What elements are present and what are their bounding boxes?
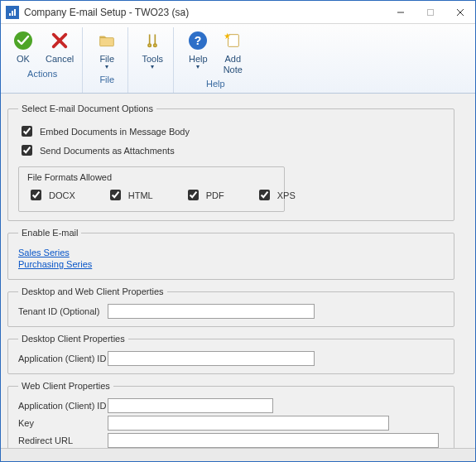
ribbon-group-actions: OK Cancel Actions (6, 27, 83, 93)
ribbon-group-help: ? Help ▾ Add Note Help (180, 27, 253, 93)
file-formats-title: File Formats Allowed (27, 172, 276, 182)
chevron-down-icon: ▾ (105, 64, 108, 70)
close-button[interactable] (445, 1, 475, 24)
window-title: Company E-mail Setup - TWO23 (sa) (24, 7, 189, 18)
chevron-down-icon: ▾ (196, 64, 200, 70)
svg-text:?: ? (195, 34, 202, 47)
group-enable-email: Enable E-mail Sales Series Purchasing Se… (7, 228, 454, 280)
label-desktop-appid: Application (Client) ID (18, 354, 108, 363)
label-web-redirect: Redirect URL (18, 436, 108, 445)
status-bar (1, 448, 475, 461)
link-purchasing-series[interactable]: Purchasing Series (18, 259, 444, 269)
svg-rect-0 (9, 13, 11, 16)
svg-rect-13 (228, 35, 239, 47)
maximize-button[interactable] (416, 1, 445, 24)
svg-rect-2 (14, 9, 16, 16)
input-web-redirect[interactable] (108, 433, 439, 448)
legend-web-client: Web Client Properties (18, 381, 113, 391)
ok-button[interactable]: OK (9, 27, 37, 66)
label-web-appid: Application (Client) ID (18, 401, 108, 411)
tools-icon (141, 29, 164, 52)
ok-icon (12, 29, 35, 52)
window: Company E-mail Setup - TWO23 (sa) OK (0, 0, 476, 462)
ribbon-group-label-file: File (93, 72, 121, 87)
ribbon-group-file: File ▾ File (89, 27, 128, 93)
group-desktop-client: Desktop Client Properties Application (C… (7, 334, 454, 374)
svg-rect-4 (428, 9, 434, 15)
checkbox-attach-label: Send Documents as Attachments (40, 146, 175, 156)
svg-rect-1 (12, 11, 13, 16)
checkbox-docx[interactable]: DOCX (27, 187, 75, 203)
label-web-key: Key (18, 418, 108, 428)
ribbon: OK Cancel Actions (1, 24, 475, 94)
group-web-client: Web Client Properties Application (Clien… (7, 381, 454, 448)
file-button[interactable]: File ▾ (93, 27, 121, 72)
minimize-button[interactable] (386, 1, 416, 24)
checkbox-attach-input[interactable] (22, 145, 32, 156)
chevron-down-icon: ▾ (151, 64, 154, 70)
folder-icon (95, 29, 118, 52)
checkbox-html[interactable]: HTML (107, 187, 153, 203)
cancel-icon (48, 29, 71, 52)
svg-rect-8 (100, 38, 114, 46)
note-icon (221, 29, 244, 52)
checkbox-xps[interactable]: XPS (256, 187, 296, 203)
ribbon-group-label-actions: Actions (9, 66, 75, 81)
app-icon (6, 6, 19, 19)
tools-button[interactable]: Tools ▾ (138, 27, 166, 72)
ribbon-group-tools: Tools ▾ (135, 27, 174, 93)
input-web-key[interactable] (108, 416, 389, 431)
group-desktop-web: Desktop and Web Client Properties Tenant… (7, 286, 454, 327)
svg-point-10 (154, 44, 156, 46)
input-tenant-id[interactable] (108, 304, 315, 319)
checkbox-attach[interactable]: Send Documents as Attachments (18, 142, 175, 158)
help-button[interactable]: ? Help ▾ (184, 27, 212, 72)
input-web-appid[interactable] (108, 398, 273, 413)
ribbon-group-label-tools (138, 72, 166, 87)
input-desktop-appid[interactable] (108, 351, 315, 366)
client-area: Select E-mail Document Options Embed Doc… (1, 94, 475, 448)
ribbon-group-label-help: Help (184, 76, 247, 91)
cancel-button[interactable]: Cancel (44, 27, 75, 66)
legend-desktop-web: Desktop and Web Client Properties (18, 286, 167, 296)
group-doc-options: Select E-mail Document Options Embed Doc… (7, 103, 454, 221)
titlebar: Company E-mail Setup - TWO23 (sa) (1, 1, 475, 24)
checkbox-embed[interactable]: Embed Documents in Message Body (18, 123, 190, 139)
legend-desktop-client: Desktop Client Properties (18, 334, 128, 344)
link-sales-series[interactable]: Sales Series (18, 248, 444, 257)
checkbox-embed-input[interactable] (22, 126, 32, 137)
label-tenant-id: Tenant ID (Optional) (18, 306, 108, 316)
file-formats-box: File Formats Allowed DOCX HTML PDF XPS (18, 166, 285, 212)
checkbox-embed-label: Embed Documents in Message Body (40, 127, 190, 137)
legend-enable-email: Enable E-mail (18, 228, 81, 238)
legend-doc-options: Select E-mail Document Options (18, 103, 156, 113)
checkbox-pdf[interactable]: PDF (185, 187, 224, 203)
help-icon: ? (186, 29, 209, 52)
add-note-button[interactable]: Add Note (219, 27, 247, 76)
svg-point-9 (148, 44, 151, 46)
